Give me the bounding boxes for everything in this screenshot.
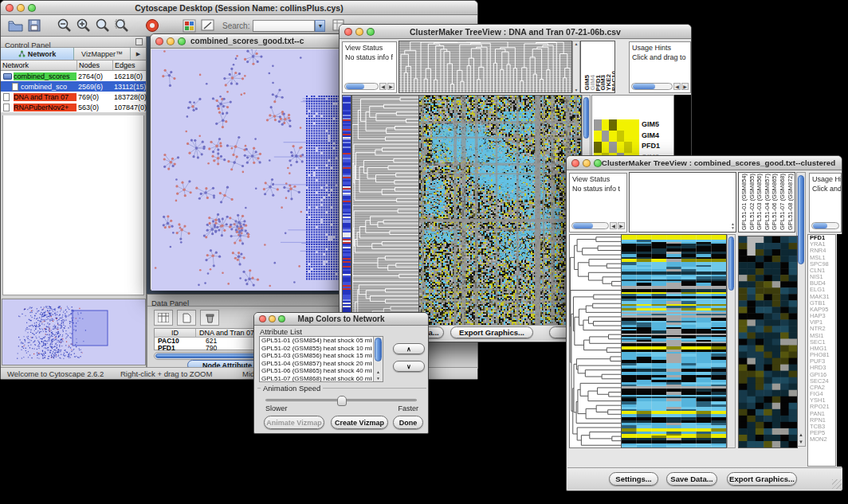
dialog-title: Map Colors to Network (294, 315, 388, 323)
minimize-button[interactable] (17, 4, 25, 12)
close-button[interactable] (155, 37, 163, 45)
zoom-button[interactable] (28, 4, 36, 12)
folder-icon (3, 73, 12, 80)
tv2-row-dendrogram[interactable] (569, 234, 622, 448)
main-titlebar[interactable]: Cytoscape Desktop (Session Name: collins… (1, 1, 477, 15)
tv1-header-scrollstrip[interactable]: ▲ ▼ (572, 41, 580, 93)
tv2-gene-label: MSI1 (808, 333, 835, 339)
attribute-list-item[interactable]: GPL51-01 (GSM854) heat shock 05 min (260, 337, 372, 345)
help-lifering-icon[interactable] (143, 16, 162, 35)
tv2-zoom-heatmap[interactable] (738, 236, 798, 448)
create-vizmap-button[interactable]: Create Vizmap (331, 416, 388, 429)
tv1-row-dendrogram[interactable] (351, 95, 419, 327)
new-attribute-icon[interactable] (177, 310, 196, 326)
network-table-header[interactable]: Network Nodes Edges (1, 61, 146, 71)
done-button[interactable]: Done (393, 416, 423, 429)
move-down-button[interactable]: ∨ (393, 361, 425, 372)
treeview2-button[interactable]: Settings... (609, 472, 658, 486)
file-icon (3, 104, 10, 111)
attribute-list-item[interactable]: GPL51-02 (GSM855) heat shock 10 min (260, 345, 372, 353)
nodes-count: 769(0) (78, 93, 113, 101)
close-button[interactable] (571, 159, 579, 167)
tab-overflow-button[interactable]: ▶ (131, 48, 146, 60)
tv2-gene-label: SEC24 (808, 378, 835, 385)
tv1-zoom-cell (594, 119, 602, 131)
tv2-heatmap-scrollbar[interactable] (727, 234, 736, 448)
search-input[interactable] (253, 20, 315, 32)
attribute-select-icon[interactable] (154, 310, 173, 326)
attribute-list-item[interactable]: GPL51-03 (GSM856) heat shock 15 min (260, 352, 372, 360)
network-list-area[interactable] (2, 115, 144, 295)
dialog-titlebar[interactable]: Map Colors to Network (254, 313, 428, 326)
network-overview-panel[interactable] (2, 299, 146, 365)
tv2-global-heatmap[interactable] (621, 234, 727, 448)
zoom-fit-icon[interactable] (112, 16, 132, 35)
network-row[interactable]: combined_sco2569(6)13112(15) (1, 81, 146, 92)
minimize-button[interactable] (167, 37, 175, 45)
zoom-in-icon[interactable] (74, 16, 93, 35)
network-tab-icon (18, 50, 26, 57)
network-row[interactable]: combined_scores2764(0)16218(0) (1, 71, 146, 81)
float-panel-icon[interactable] (135, 38, 143, 45)
treeview2-titlebar[interactable]: ClusterMaker TreeView : combined_scores_… (567, 156, 842, 170)
tv1-gene-strip[interactable] (342, 95, 351, 327)
tv1-row-label: GIM4 (642, 131, 673, 142)
zoom-out-icon[interactable] (55, 16, 74, 35)
treeview1-titlebar[interactable]: ClusterMaker TreeView : DNA and Tran 07-… (340, 25, 691, 39)
tv2-column-label: GPL51-04 (GSM857) (764, 174, 771, 230)
save-icon[interactable] (25, 16, 44, 35)
treeview2-button[interactable]: Export Graphics... (727, 472, 797, 486)
close-button[interactable] (6, 4, 14, 12)
zoom-button[interactable] (367, 28, 375, 36)
network-overview-canvas[interactable] (2, 299, 145, 365)
move-up-button[interactable]: ∧ (393, 343, 425, 354)
tv2-button-bar: Settings...Save Data...Export Graphics..… (567, 467, 842, 490)
tv1-hints-scrollbar[interactable]: ◀▶ (631, 82, 689, 91)
animate-vizmap-button[interactable]: Animate Vizmap (264, 416, 324, 429)
attribute-list-item[interactable]: GPL51-07 (GSM868) heat shock 60 min (260, 375, 372, 382)
tv2-view-status-panel: View Status No status info t ◀▶ (569, 173, 627, 232)
zoom-button[interactable] (178, 37, 186, 45)
tv2-status-scrollbar[interactable]: ◀▶ (571, 221, 625, 230)
open-file-icon[interactable] (6, 16, 25, 35)
resize-grip[interactable] (832, 479, 842, 489)
annotation-icon[interactable] (198, 16, 218, 35)
close-button[interactable] (259, 315, 266, 322)
network-graph-canvas[interactable] (151, 49, 345, 291)
attribute-list-item[interactable]: GPL51-04 (GSM857) heat shock 20 min (260, 360, 372, 368)
tv2-hints-scrollbar[interactable] (811, 221, 839, 230)
map-colors-dialog: Map Colors to Network Attribute List GPL… (253, 312, 429, 434)
tv1-column-dendrogram[interactable] (398, 41, 572, 93)
faster-label: Faster (398, 404, 418, 412)
attribute-list-scrollbar[interactable]: ▲ ▼ (373, 337, 383, 381)
edges-count: 13112(15) (114, 83, 148, 91)
close-button[interactable] (344, 28, 352, 36)
main-window-title: Cytoscape Desktop (Session Name: collins… (41, 3, 438, 13)
treeview1-button[interactable]: Export Graphics... (450, 326, 533, 338)
vizmap-icon[interactable] (179, 16, 198, 35)
tv1-column-labels: GIM5GIM4PFD1GIM3YKE2PAC10 (580, 41, 615, 93)
tab-vizmapper[interactable]: VizMapper™ (74, 48, 131, 60)
zoom-actual-icon[interactable] (93, 16, 112, 35)
zoom-button[interactable] (278, 315, 285, 322)
network-view-titlebar[interactable]: combined_scores_good.txt--cluste... (151, 34, 344, 49)
tv2-column-tree-area[interactable]: ▲▼ (629, 172, 736, 232)
delete-attribute-icon[interactable] (200, 310, 219, 326)
tv1-global-heatmap[interactable] (418, 95, 582, 327)
tv1-status-scrollbar[interactable]: ◀▶ (344, 82, 395, 91)
tab-network[interactable]: Network (1, 48, 74, 60)
minimize-button[interactable] (583, 159, 591, 167)
edges-count: 107847(0) (114, 104, 148, 111)
slider-thumb[interactable] (337, 396, 347, 406)
tv1-zoom-cell (594, 131, 602, 142)
attribute-list-item[interactable]: GPL51-06 (GSM865) heat shock 40 min (260, 367, 372, 375)
search-dropdown-button[interactable]: ▼ (315, 20, 325, 32)
network-row[interactable]: DNA and Tran 07769(0)183728(0) (1, 92, 146, 102)
treeview2-button[interactable]: Save Data... (666, 472, 717, 486)
tv1-zoom-cell (632, 119, 640, 131)
minimize-button[interactable] (269, 315, 276, 322)
network-row[interactable]: RNAPuberNov2+563(0)107847(0) (1, 102, 146, 112)
speed-slider[interactable] (265, 399, 417, 401)
minimize-button[interactable] (355, 28, 363, 36)
attribute-list[interactable]: GPL51-01 (GSM854) heat shock 05 minGPL51… (259, 336, 383, 382)
